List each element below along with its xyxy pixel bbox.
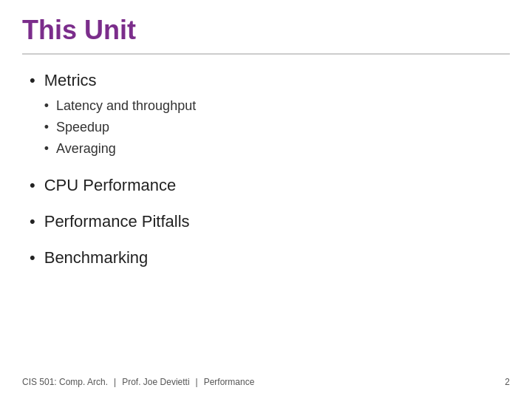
footer-instructor: Prof. Joe Devietti [122,377,189,387]
sub-bullet-averaging: • Averaging [44,140,196,158]
footer-page: 2 [505,377,510,387]
slide-title: This Unit [22,15,510,55]
bullet-text-benchmarking: Benchmarking [44,247,149,270]
footer-topic: Performance [204,377,255,387]
sub-bullet-latency: • Latency and throughput [44,97,196,115]
bullet-text-pitfalls: Performance Pitfalls [44,211,190,233]
sub-dot-latency: • [44,97,49,115]
bullet-metrics: • Metrics • Latency and throughput • Spe… [30,69,510,161]
sub-text-latency: Latency and throughput [56,97,196,115]
bullet-performance-pitfalls: • Performance Pitfalls [30,211,510,233]
sub-dot-speedup: • [44,118,49,137]
slide: This Unit • Metrics • Latency and throug… [0,0,532,399]
sub-text-speedup: Speedup [56,118,109,137]
bullet-dot-benchmarking: • [30,247,35,270]
bullet-text-cpu: CPU Performance [44,174,177,197]
footer-course: CIS 501: Comp. Arch. [22,377,108,387]
sub-bullet-speedup: • Speedup [44,118,196,137]
bullet-benchmarking: • Benchmarking [30,247,510,270]
sub-text-averaging: Averaging [56,140,116,158]
bullet-dot-cpu: • [30,174,35,197]
footer-sep-1: | [114,377,116,387]
bullet-cpu-performance: • CPU Performance [30,174,510,197]
footer-left: CIS 501: Comp. Arch. | Prof. Joe Deviett… [22,377,254,387]
content-area: • Metrics • Latency and throughput • Spe… [22,69,510,270]
footer-sep-2: | [196,377,198,387]
sub-bullets-metrics: • Latency and throughput • Speedup • Ave… [44,97,196,159]
bullet-dot-pitfalls: • [30,211,35,233]
sub-dot-averaging: • [44,140,49,158]
bullet-text-metrics: Metrics [44,71,97,89]
bullet-dot-metrics: • [30,69,35,92]
slide-footer: CIS 501: Comp. Arch. | Prof. Joe Deviett… [22,377,510,387]
